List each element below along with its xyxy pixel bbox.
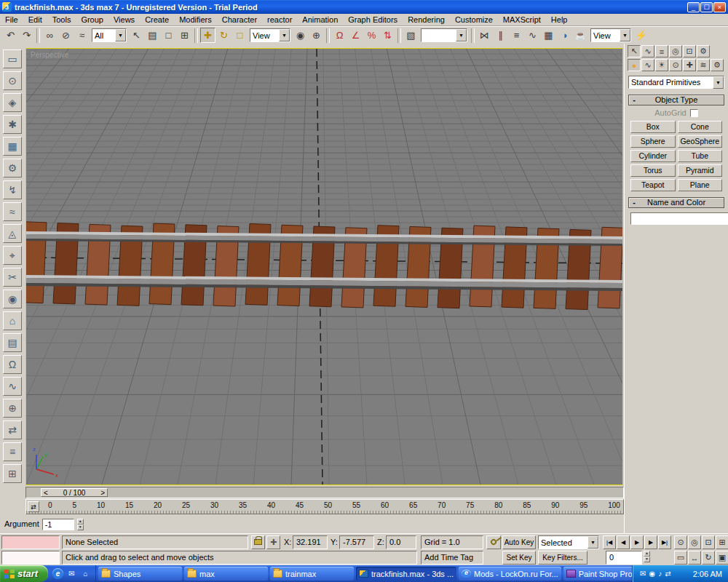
timeline-tick[interactable]: 80 (494, 501, 502, 509)
select-and-scale-icon[interactable]: □ (232, 28, 248, 43)
absolute-mode-button[interactable]: ✚ (266, 535, 280, 549)
maximize-viewport-icon[interactable]: ▣ (716, 551, 728, 565)
chevron-down-icon[interactable]: ▼ (456, 29, 467, 41)
selection-lock-button[interactable] (251, 535, 265, 549)
arc-rotate-icon[interactable]: ↻ (702, 551, 715, 565)
tool-icon-10[interactable]: ⌖ (3, 246, 22, 265)
tab-utilities-icon[interactable]: ⚙ (697, 45, 710, 57)
menu-graph-editors[interactable]: Graph Editors (343, 14, 403, 25)
layer-manager-icon[interactable]: ≡ (509, 28, 524, 43)
tool-icon-7[interactable]: ↯ (3, 180, 22, 199)
curve-editor-icon[interactable]: ∿ (525, 28, 540, 43)
start-button[interactable]: start (0, 565, 48, 582)
tool-icon-4[interactable]: ✱ (3, 115, 22, 134)
category-geometry-icon[interactable]: ● (628, 59, 641, 71)
time-slider-track[interactable]: < 0 / 100 > (25, 487, 624, 498)
key-filter-dropdown[interactable]: Selected ▼ (538, 535, 599, 549)
timeline-tick[interactable]: 70 (438, 501, 446, 509)
timeline-tick[interactable]: 60 (381, 501, 389, 509)
spinner-snap-icon[interactable]: ⇅ (380, 28, 395, 43)
schematic-view-icon[interactable]: ▦ (541, 28, 556, 43)
percent-snap-icon[interactable]: % (364, 28, 379, 43)
menu-animation[interactable]: Animation (297, 14, 343, 25)
tool-icon-17[interactable]: ⊕ (3, 399, 22, 418)
timeline-tick[interactable]: 15 (125, 501, 133, 509)
menu-create[interactable]: Create (140, 14, 174, 25)
category-spacewarps-icon[interactable]: ≋ (697, 59, 710, 71)
menu-rendering[interactable]: Rendering (403, 14, 450, 25)
menu-file[interactable]: File (0, 14, 23, 25)
add-time-tag[interactable]: Add Time Tag (421, 551, 483, 565)
primitive-button[interactable]: Cone (678, 121, 723, 133)
named-selection-dropdown[interactable]: ▼ (421, 28, 467, 42)
z-coordinate-field[interactable]: 0.0 (386, 535, 416, 549)
timeline-tick[interactable]: 0 (48, 501, 52, 509)
redo-icon[interactable]: ↷ (19, 28, 34, 43)
tool-icon-12[interactable]: ◉ (3, 290, 22, 308)
chevron-down-icon[interactable]: ▼ (587, 536, 598, 549)
y-coordinate-field[interactable]: -7.577 (339, 535, 374, 549)
zoom-extents-icon[interactable]: ⊡ (702, 535, 715, 549)
tool-icon-18[interactable]: ⇄ (3, 420, 22, 439)
timeline-tick[interactable]: 30 (210, 501, 218, 509)
selection-region-icon[interactable]: □ (161, 28, 176, 43)
menu-tools[interactable]: Tools (47, 14, 76, 25)
chevron-down-icon[interactable]: ▼ (620, 29, 630, 41)
argument-spinner[interactable]: ▲▼ (77, 519, 84, 530)
maxscript-listener-pane[interactable] (1, 551, 60, 565)
taskbar-task[interactable]: Shapes (98, 567, 182, 581)
minimize-button[interactable]: _ (687, 2, 700, 12)
pan-icon[interactable]: ↔ (688, 551, 701, 565)
internet-explorer-icon[interactable]: e (52, 568, 63, 579)
show-desktop-icon[interactable]: ⌂ (80, 568, 91, 579)
menu-character[interactable]: Character (217, 14, 262, 25)
zoom-icon[interactable]: ⊙ (674, 535, 687, 549)
tab-hierarchy-icon[interactable]: ≡ (655, 45, 668, 57)
tray-shield-icon[interactable]: ◉ (649, 570, 655, 578)
chevron-down-icon[interactable]: ▼ (279, 29, 290, 41)
timeline-tick[interactable]: 20 (154, 501, 162, 509)
use-pivot-center-icon[interactable]: ◉ (293, 28, 308, 43)
select-and-link-icon[interactable]: ∞ (42, 28, 58, 43)
timeline-tick[interactable]: 65 (409, 501, 417, 509)
unlink-selection-icon[interactable]: ⊘ (58, 28, 74, 43)
timeline-tick[interactable]: 40 (267, 501, 275, 509)
tray-mail-icon[interactable]: ✉ (640, 570, 646, 578)
undo-icon[interactable]: ↶ (3, 28, 18, 43)
category-systems-icon[interactable]: ⚙ (711, 59, 724, 71)
tool-icon-20[interactable]: ⊞ (3, 464, 22, 483)
maximize-button[interactable]: ☐ (700, 2, 713, 12)
tool-icon-13[interactable]: ⌂ (3, 311, 22, 330)
timeline-tick[interactable]: 10 (97, 501, 105, 509)
taskbar-task[interactable]: trainmax (270, 567, 354, 581)
object-name-input[interactable] (630, 212, 728, 225)
next-frame-button[interactable]: ▶ (644, 535, 657, 549)
zoom-extents-all-icon[interactable]: ⊞ (716, 535, 728, 549)
name-and-color-rollout[interactable]: - Name and Color (628, 197, 724, 208)
timeline-ruler[interactable]: ⇄ 05101520253035404550556065707580859095… (25, 499, 624, 514)
taskbar-task[interactable]: Mods - LockOn.ru For... (459, 567, 561, 581)
close-button[interactable]: × (713, 2, 726, 12)
select-and-move-icon[interactable]: ✚ (200, 28, 215, 43)
timeline-tick[interactable]: 100 (608, 501, 620, 509)
timeline-tick[interactable]: 75 (466, 501, 474, 509)
timeline-tick[interactable]: 45 (296, 501, 304, 509)
menu-customize[interactable]: Customize (450, 14, 498, 25)
menu-reactor[interactable]: reactor (262, 14, 297, 25)
primitive-button[interactable]: Teapot (630, 179, 676, 191)
mirror-icon[interactable]: ⋈ (477, 28, 492, 43)
render-type-dropdown[interactable]: View▼ (590, 28, 631, 42)
autogrid-checkbox[interactable] (690, 109, 698, 117)
tool-icon-11[interactable]: ✂ (3, 268, 22, 287)
quick-render-icon[interactable]: ⚡ (633, 28, 649, 43)
category-helpers-icon[interactable]: ✚ (683, 59, 696, 71)
reference-coordinate-dropdown[interactable]: View▼ (250, 28, 290, 42)
material-editor-icon[interactable]: ◑ (557, 28, 572, 43)
select-by-name-icon[interactable]: ▤ (145, 28, 160, 43)
timeline-tick[interactable]: 95 (579, 501, 587, 509)
tool-icon-8[interactable]: ≈ (3, 202, 22, 221)
primitive-button[interactable]: GeoSphere (678, 135, 723, 148)
timeline-tick[interactable]: 55 (352, 501, 360, 509)
taskbar-task[interactable]: max (184, 567, 268, 581)
go-to-start-button[interactable]: |◀ (603, 535, 616, 549)
